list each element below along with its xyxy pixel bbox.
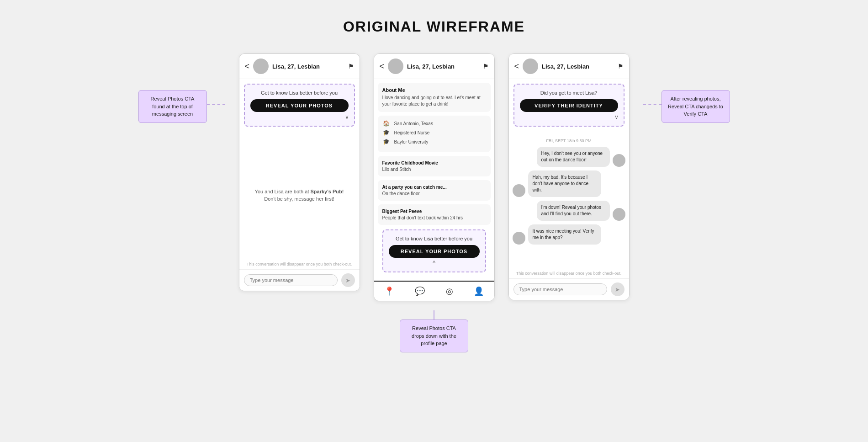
verify-cta-text: Did you get to meet Lisa? bbox=[520, 90, 618, 96]
location-message: You and Lisa are both at Sparky's Pub! D… bbox=[255, 188, 344, 203]
message-input-bar-1: ➤ bbox=[239, 269, 360, 291]
nav-location-icon[interactable]: 📍 bbox=[384, 286, 394, 296]
phone2-header: < Lisa, 27, Lesbian ⚑ bbox=[374, 54, 494, 79]
location-bold: Sparky's Pub! bbox=[311, 189, 344, 194]
detail-peeve-title: Biggest Pet Peeve bbox=[382, 209, 486, 214]
reveal-cta-top: Get to know Lisa better before you REVEA… bbox=[244, 84, 355, 127]
location-text-post: Don't be shy, message her first! bbox=[264, 196, 334, 202]
message-area-1: You and Lisa are both at Sparky's Pub! D… bbox=[239, 131, 360, 259]
profile-name-1: Lisa, 27, Lesbian bbox=[272, 63, 348, 70]
chat-msg-1: Hey, I don't see you or anyone out on th… bbox=[513, 147, 625, 167]
right-annotation-box: After revealing photos, Reveal CTA chang… bbox=[662, 90, 730, 123]
message-input-3[interactable] bbox=[513, 283, 607, 295]
detail-movie-title: Favorite Childhood Movie bbox=[382, 160, 486, 165]
chat-avatar-right-1 bbox=[613, 154, 625, 167]
chat-msg-3: I'm down! Reveal your photos and I'll fi… bbox=[513, 201, 625, 221]
phone3-wrapper: < Lisa, 27, Lesbian ⚑ Did you get to mee… bbox=[508, 53, 630, 300]
about-text: I love dancing and going out to eat. Let… bbox=[382, 95, 486, 107]
profile-view-content: About Me I love dancing and going out to… bbox=[374, 79, 494, 281]
school-icon: 🎓 bbox=[382, 138, 391, 145]
chat-bubble-3: I'm down! Reveal your photos and I'll fi… bbox=[537, 201, 610, 221]
job-icon: 🎓 bbox=[382, 129, 391, 136]
chat-avatar-left-4 bbox=[513, 232, 525, 245]
about-title: About Me bbox=[382, 87, 486, 93]
right-annotation-line bbox=[643, 104, 662, 105]
reveal-photos-button-1[interactable]: REVEAL YOUR PHOTOS bbox=[250, 99, 349, 112]
bottom-annotation: Reveal Photos CTA drops down with the pr… bbox=[400, 310, 468, 352]
phone2-wrapper: < Lisa, 27, Lesbian ⚑ About Me I love da… bbox=[374, 53, 495, 352]
detail-movie-text: Lilo and Stitch bbox=[382, 167, 486, 172]
chat-msg-2: Hah, my bad. It's because I don't have a… bbox=[513, 170, 625, 197]
chat-msg-4: It was nice meeting you! Verify me in th… bbox=[513, 224, 625, 245]
chat-bubble-2: Hah, my bad. It's because I don't have a… bbox=[528, 170, 601, 197]
phone3-frame: < Lisa, 27, Lesbian ⚑ Did you get to mee… bbox=[508, 53, 630, 300]
info-row-location: 🏠 San Antonio, Texas bbox=[382, 120, 486, 127]
reveal-cta-bottom: Get to know Lisa better before you REVEA… bbox=[382, 229, 486, 272]
phone1-frame: < Lisa, 27, Lesbian ⚑ Get to know Lisa b… bbox=[239, 53, 360, 291]
send-button-1[interactable]: ➤ bbox=[341, 273, 355, 287]
page-title: ORIGINAL WIREFRAME bbox=[343, 18, 525, 35]
back-arrow-1[interactable]: < bbox=[245, 62, 250, 71]
footer-text-3: This conversation will disappear once yo… bbox=[509, 268, 629, 278]
info-card: 🏠 San Antonio, Texas 🎓 Registered Nurse … bbox=[378, 116, 491, 152]
detail-card-movie: Favorite Childhood Movie Lilo and Stitch bbox=[378, 156, 491, 176]
detail-card-party: At a party you can catch me... On the da… bbox=[378, 180, 491, 201]
avatar-1 bbox=[253, 59, 269, 74]
detail-card-peeve: Biggest Pet Peeve People that don't text… bbox=[378, 204, 491, 225]
chat-date: FRI, SEPT 18th 9:50 PM bbox=[513, 138, 625, 143]
footer-text-1: This conversation will disappear once yo… bbox=[239, 259, 360, 269]
bottom-nav: 📍 💬 ◎ 👤 bbox=[374, 281, 494, 301]
info-row-school: 🎓 Baylor University bbox=[382, 138, 486, 145]
nav-target-icon[interactable]: ◎ bbox=[446, 286, 453, 296]
reveal-cta-text-1: Get to know Lisa better before you bbox=[250, 90, 349, 96]
phone1-header: < Lisa, 27, Lesbian ⚑ bbox=[239, 54, 360, 79]
verify-cta-top: Did you get to meet Lisa? VERIFY THEIR I… bbox=[513, 84, 625, 127]
message-input-1[interactable] bbox=[244, 274, 338, 286]
bottom-annotation-line bbox=[434, 310, 434, 320]
profile-name-2: Lisa, 27, Lesbian bbox=[407, 63, 482, 70]
message-input-bar-3: ➤ bbox=[509, 278, 629, 300]
avatar-2 bbox=[388, 59, 403, 74]
flag-icon-1[interactable]: ⚑ bbox=[348, 63, 354, 70]
home-icon: 🏠 bbox=[382, 120, 391, 127]
left-annotation-line bbox=[207, 104, 225, 105]
detail-party-title: At a party you can catch me... bbox=[382, 185, 486, 190]
flag-icon-3[interactable]: ⚑ bbox=[618, 63, 624, 70]
back-arrow-3[interactable]: < bbox=[514, 62, 519, 71]
location-text-pre: You and Lisa are both at bbox=[255, 189, 309, 194]
reveal-photos-button-2[interactable]: REVEAL YOUR PHOTOS bbox=[389, 245, 480, 258]
nav-chat-icon[interactable]: 💬 bbox=[415, 286, 425, 296]
info-location: San Antonio, Texas bbox=[394, 121, 433, 126]
info-school: Baylor University bbox=[394, 139, 429, 144]
phone3-header: < Lisa, 27, Lesbian ⚑ bbox=[509, 54, 629, 79]
chat-avatar-left-2 bbox=[513, 184, 525, 197]
detail-party-text: On the dance floor bbox=[382, 191, 486, 196]
phone1-wrapper: < Lisa, 27, Lesbian ⚑ Get to know Lisa b… bbox=[239, 53, 360, 291]
chevron-down-1: v bbox=[250, 114, 349, 120]
avatar-3 bbox=[523, 59, 538, 74]
verify-identity-button[interactable]: VERIFY THEIR IDENTITY bbox=[520, 99, 618, 112]
flag-icon-2[interactable]: ⚑ bbox=[483, 63, 489, 70]
wireframes-container: Reveal Photos CTA found at the top of me… bbox=[69, 53, 799, 352]
detail-peeve-text: People that don't text back within 24 hr… bbox=[382, 215, 486, 220]
chat-bubble-4: It was nice meeting you! Verify me in th… bbox=[528, 224, 601, 245]
left-annotation-box: Reveal Photos CTA found at the top of me… bbox=[138, 90, 207, 123]
back-arrow-2[interactable]: < bbox=[380, 62, 385, 71]
reveal-cta-text-2: Get to know Lisa better before you bbox=[389, 236, 480, 241]
info-row-job: 🎓 Registered Nurse bbox=[382, 129, 486, 136]
chevron-up-2: ^ bbox=[389, 260, 480, 266]
bottom-annotation-box: Reveal Photos CTA drops down with the pr… bbox=[400, 320, 468, 352]
phone2-frame: < Lisa, 27, Lesbian ⚑ About Me I love da… bbox=[374, 53, 495, 301]
send-button-3[interactable]: ➤ bbox=[611, 282, 625, 296]
about-me-card: About Me I love dancing and going out to… bbox=[378, 83, 491, 112]
chat-bubble-1: Hey, I don't see you or anyone out on th… bbox=[537, 147, 610, 167]
nav-profile-icon[interactable]: 👤 bbox=[474, 286, 484, 296]
chat-area: FRI, SEPT 18th 9:50 PM Hey, I don't see … bbox=[509, 131, 629, 268]
chat-avatar-right-3 bbox=[613, 208, 625, 221]
profile-name-3: Lisa, 27, Lesbian bbox=[542, 63, 617, 70]
chevron-down-3: v bbox=[520, 114, 618, 120]
info-job: Registered Nurse bbox=[394, 130, 430, 135]
